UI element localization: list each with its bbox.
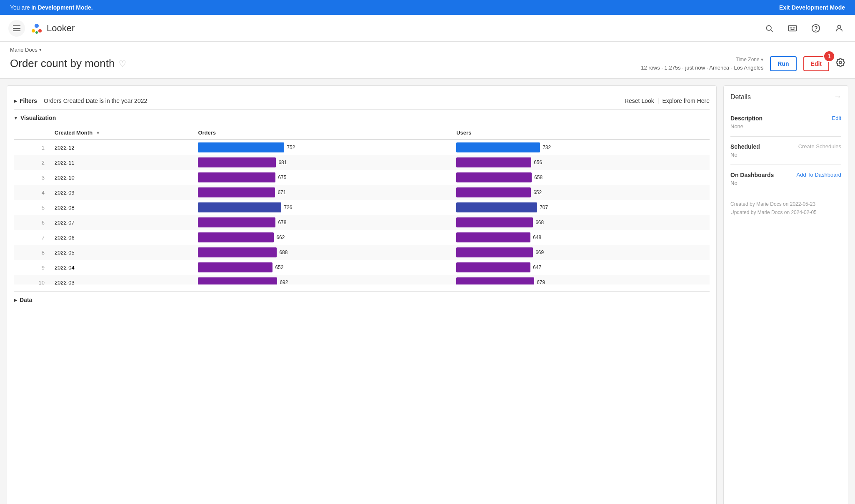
add-to-dashboard-link[interactable]: Add To Dashboard [797,172,841,178]
filters-row: ▶ Filters Orders Created Date is in the … [14,92,710,110]
cell-orders: 726 [193,200,451,215]
svg-rect-1 [13,28,20,29]
updated-by-text: Updated by Marie Docs on 2024-02-05 [730,208,841,217]
breadcrumb-chevron-icon: ▾ [39,47,42,52]
orders-bar [198,217,275,227]
breadcrumb[interactable]: Marie Docs ▾ [10,47,845,53]
data-table-container[interactable]: Created Month ▼ Orders Users [14,126,710,284]
users-bar [456,232,530,242]
logo-area: Looker [30,22,75,35]
cell-month: 2022-10 [50,170,193,185]
users-value: 652 [533,190,542,195]
left-panel: ▶ Filters Orders Created Date is in the … [7,85,717,504]
cell-orders: 662 [193,230,451,245]
user-profile-button[interactable] [832,21,847,36]
settings-button[interactable] [836,58,845,69]
svg-point-5 [32,29,35,32]
orders-bar [198,172,275,182]
filter-text: Orders Created Date is in the year 2022 [44,97,618,104]
search-button[interactable] [762,21,777,36]
table-row: 3 2022-10 675 658 [14,170,710,185]
svg-rect-2 [13,30,20,31]
exit-dev-mode-button[interactable]: Exit Development Mode [779,4,845,11]
orders-value: 675 [278,175,286,180]
favorite-icon[interactable]: ♡ [119,59,126,69]
cell-orders: 671 [193,185,451,200]
cell-month: 2022-09 [50,185,193,200]
row-number: 3 [14,170,50,185]
main-content: ▶ Filters Orders Created Date is in the … [0,79,855,504]
description-edit-link[interactable]: Edit [832,115,841,121]
data-section: ▶ Data [14,291,710,308]
description-value: None [730,123,841,130]
on-dashboards-value: No [730,180,841,186]
logo-text: Looker [47,23,75,34]
cell-orders: 681 [193,155,451,170]
edit-badge: 1 [823,50,835,62]
hamburger-button[interactable] [8,20,25,37]
row-number: 4 [14,185,50,200]
users-bar [456,277,534,284]
orders-bar [198,277,277,284]
row-number: 9 [14,260,50,275]
users-value: 647 [533,264,541,270]
users-bar [456,217,533,227]
details-navigate-icon[interactable]: → [834,92,841,101]
run-button[interactable]: Run [770,56,796,71]
svg-point-7 [766,25,771,30]
keyboard-shortcut-button[interactable] [785,21,800,36]
col-header-rownum [14,126,50,140]
users-bar [456,187,531,197]
table-row: 1 2022-12 752 732 [14,140,710,155]
orders-bar [198,262,272,272]
scheduled-label: Scheduled [730,143,760,150]
dev-banner: You are in Development Mode. Exit Develo… [0,0,855,15]
right-panel: Details → Description Edit None Schedule… [723,85,848,504]
cell-users: 732 [451,140,710,155]
table-row: 5 2022-08 726 707 [14,200,710,215]
users-bar [456,247,533,257]
filters-toggle[interactable]: ▶ Filters [14,97,37,104]
svg-point-3 [35,24,39,28]
users-bar [456,202,537,212]
reset-look-link[interactable]: Reset Look [625,97,654,104]
cell-users: 679 [451,275,710,284]
cell-orders: 652 [193,260,451,275]
orders-value: 652 [275,264,283,270]
users-value: 679 [537,279,545,284]
explore-from-here-link[interactable]: Explore from Here [662,97,710,104]
orders-value: 752 [287,145,295,150]
cell-month: 2022-06 [50,230,193,245]
cell-month: 2022-05 [50,245,193,260]
cell-month: 2022-07 [50,215,193,230]
cell-month: 2022-03 [50,275,193,284]
orders-value: 678 [278,220,286,225]
cell-orders: 688 [193,245,451,260]
dashboards-row: On Dashboards Add To Dashboard No [730,165,841,193]
page-title: Order count by month ♡ [10,57,126,70]
row-number: 10 [14,275,50,284]
users-value: 732 [542,145,551,150]
visualization-toggle[interactable]: ▼ Visualization [14,115,710,121]
create-schedules-link[interactable]: Create Schedules [798,143,841,150]
table-row: 8 2022-05 688 669 [14,245,710,260]
cell-month: 2022-11 [50,155,193,170]
col-header-month[interactable]: Created Month ▼ [50,126,193,140]
cell-orders: 692 [193,275,451,284]
help-button[interactable] [808,21,823,36]
row-number: 1 [14,140,50,155]
keyboard-icon [788,25,797,32]
users-value: 668 [535,220,544,225]
dev-banner-text: You are in Development Mode. [10,4,93,11]
data-toggle[interactable]: ▶ Data [14,297,710,303]
users-value: 707 [540,205,548,210]
row-number: 6 [14,215,50,230]
users-value: 658 [534,175,542,180]
cell-orders: 678 [193,215,451,230]
cell-users: 656 [451,155,710,170]
cell-month: 2022-08 [50,200,193,215]
cell-users: 668 [451,215,710,230]
detail-meta: Created by Marie Docs on 2022-05-23 Upda… [730,193,841,217]
users-bar [456,172,532,182]
svg-rect-9 [788,25,797,31]
